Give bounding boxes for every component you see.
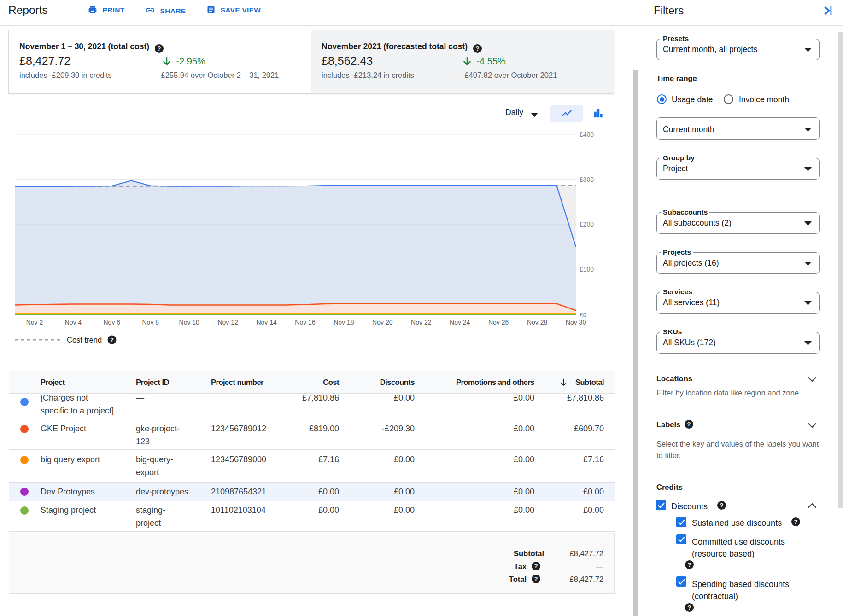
svg-text:Nov 18: Nov 18 [334, 319, 354, 326]
svg-text:Nov 12: Nov 12 [217, 319, 238, 326]
svg-text:£0: £0 [580, 311, 587, 319]
svg-text:Nov 6: Nov 6 [104, 319, 121, 326]
svg-text:Nov 22: Nov 22 [411, 319, 432, 326]
svg-text:Nov 14: Nov 14 [256, 319, 277, 326]
svg-text:£300: £300 [580, 176, 594, 183]
svg-text:Nov 24: Nov 24 [450, 319, 470, 326]
svg-text:Nov 30: Nov 30 [566, 319, 586, 326]
svg-text:Nov 26: Nov 26 [488, 319, 509, 326]
svg-text:Nov 28: Nov 28 [527, 319, 548, 326]
svg-text:£400: £400 [580, 131, 594, 138]
svg-text:Nov 20: Nov 20 [372, 319, 393, 326]
svg-text:Nov 4: Nov 4 [65, 319, 82, 326]
svg-text:£100: £100 [580, 266, 594, 273]
svg-text:?: ? [110, 337, 114, 343]
svg-text:£200: £200 [580, 221, 594, 228]
svg-text:Nov 10: Nov 10 [179, 319, 200, 326]
svg-text:Nov 2: Nov 2 [26, 319, 43, 326]
svg-text:Cost trend: Cost trend [67, 336, 102, 344]
svg-text:Nov 16: Nov 16 [295, 319, 316, 326]
svg-text:Nov 8: Nov 8 [142, 319, 159, 326]
